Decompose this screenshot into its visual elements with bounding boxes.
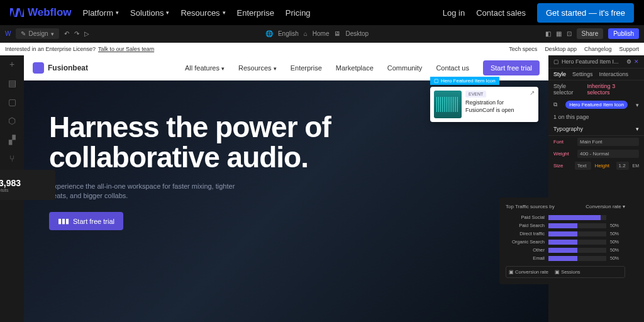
selector-label: Style selector [553,83,587,96]
site-nav-features[interactable]: All features ▾ [185,64,225,72]
site-cta-button[interactable]: Start free trial [483,60,540,75]
ent-support[interactable]: Support [619,46,639,52]
publish-button[interactable]: Publish [608,28,639,39]
cube-icon[interactable]: ⬡ [8,116,16,126]
prop-height-label: Height [595,163,613,169]
login-link[interactable]: Log in [443,8,465,18]
traffic-pct: 50% [610,256,625,260]
selector-row[interactable]: ⧉Hero Featured Item Icon▾ [548,98,644,111]
expand-icon[interactable]: ↗ [530,89,535,96]
traffic-row: Other50% [506,247,625,253]
toolbar-icon[interactable]: ◧ [545,30,551,37]
share-button[interactable]: Share [577,28,604,39]
onpage-count: 1 on this page [553,114,589,120]
traffic-pct: 50% [610,240,625,244]
site-nav-community[interactable]: Community [387,64,423,72]
hero-section: Harness the power ofcollaborative audio.… [24,80,548,322]
play-icon[interactable]: ▷ [84,30,89,37]
site-nav-contact[interactable]: Contact us [436,64,469,72]
bar-track [548,256,606,261]
webflow-logo[interactable]: Webflow [10,6,72,19]
home-icon[interactable]: ⌂ [304,30,308,37]
featured-item-popup[interactable]: ▢ Hero Featured Item Icon EVENT Registra… [430,87,538,122]
pages-icon[interactable]: ▤ [8,78,16,88]
ent-changelog[interactable]: Changelog [584,46,612,52]
site-nav-resources[interactable]: Resources ▾ [238,64,277,72]
branch-icon[interactable]: ⑂ [9,153,14,164]
traffic-source: Paid Search [506,223,545,228]
folder-icon[interactable]: ▢ [8,97,16,107]
traffic-source: Email [506,255,545,261]
toolbar-icon[interactable]: ▦ [556,30,562,37]
traffic-row: Email50% [506,255,625,261]
selection-tag: ▢ Hero Featured Item Icon [430,77,499,85]
font-select[interactable]: Main Font [577,138,639,146]
nav-solutions[interactable]: Solutions▾ [130,8,169,18]
tab-style[interactable]: Style [553,71,566,77]
undo-icon[interactable]: ↶ [64,30,69,37]
event-badge: EVENT [465,91,486,97]
lang-label: English [278,30,299,37]
legend-sessions[interactable]: ▣ Sessions [555,269,580,275]
chevron-down-icon[interactable]: ▾ [636,102,639,108]
chart-icon[interactable]: ▞ [9,135,16,145]
site-nav-enterprise[interactable]: Enterprise [291,64,322,72]
hero-cta-button[interactable]: ▮▮▮Start free trial [49,212,123,230]
mode-switcher[interactable]: ✎Design▾ [16,28,58,39]
height-input[interactable]: 1.2 [616,162,629,170]
bar-track [548,248,606,253]
tab-settings[interactable]: Settings [572,71,593,77]
popup-text: EVENT Registration forFusionConf is open [465,91,514,118]
prop-size-label: Size [553,163,571,169]
size-input[interactable]: Text [575,162,591,170]
desktop-icon[interactable]: 🖥 [334,30,340,37]
nav-pricing[interactable]: Pricing [286,8,311,18]
contact-sales-link[interactable]: Contact sales [476,8,526,18]
traffic-source: Direct traffic [506,231,545,236]
brush-icon: ✎ [21,30,26,37]
prop-font-label: Font [553,139,574,145]
redo-icon[interactable]: ↷ [74,30,79,37]
site-nav-marketplace[interactable]: Marketplace [336,64,374,72]
ent-lead: Interested in an Enterprise License? [5,46,96,52]
legend-conversion[interactable]: ▣ Conversion rate [509,269,548,275]
section-typography[interactable]: Typography [553,126,583,132]
get-started-button[interactable]: Get started — it's free [537,3,634,23]
prop-weight-label: Weight [553,151,574,157]
chevron-down-icon[interactable]: ▾ [636,126,639,132]
bar-track [548,240,606,245]
nav-enterprise[interactable]: Enterprise [237,8,274,18]
ent-desktopapp[interactable]: Desktop app [545,46,577,52]
toolbar-icon[interactable]: ⊡ [567,30,572,37]
chevron-down-icon: ▾ [223,9,226,16]
analytics-title: Top Traffic sources by [506,204,555,209]
nav-resources[interactable]: Resources▾ [180,8,225,18]
tab-interactions[interactable]: Interactions [599,71,629,77]
square-icon: ▢ [553,58,559,65]
nav-platform[interactable]: Platform▾ [83,8,119,18]
globe-icon[interactable]: 🌐 [265,30,273,37]
class-tag[interactable]: Hero Featured Item Icon [565,101,628,109]
stack-icon: ⧉ [553,101,557,108]
ent-techspecs[interactable]: Tech specs [509,46,537,52]
breadcrumb[interactable]: Hero Featured Item I... [562,58,619,65]
close-icon[interactable]: ✕ [634,58,639,65]
bar-track [548,223,606,228]
chevron-down-icon: ▾ [116,9,119,16]
home-label: Home [313,30,330,37]
traffic-row: Paid Search50% [506,223,625,228]
weight-select[interactable]: 400 - Normal [577,150,639,158]
desktop-label: Desktop [345,30,369,37]
designer-toolbar: W ✎Design▾ ↶ ↷ ▷ 🌐 English ⌂Home 🖥Deskto… [0,25,644,43]
site-logo[interactable]: Fusionbeat [33,62,88,74]
webflow-glyph-icon[interactable]: W [5,30,11,37]
metric-select[interactable]: Conversion rate ▾ [586,204,625,209]
gear-icon[interactable]: ⚙ [626,58,631,65]
stat-label: visits [0,188,21,192]
add-icon[interactable]: + [9,59,14,69]
brand-text: Webflow [28,6,72,19]
canvas: Fusionbeat All features ▾ Resources ▾ En… [24,55,548,322]
ent-link[interactable]: Talk to our Sales team [98,46,154,52]
chevron-down-icon: ▾ [166,9,169,16]
stat-card: 3,983 visits [0,170,55,200]
